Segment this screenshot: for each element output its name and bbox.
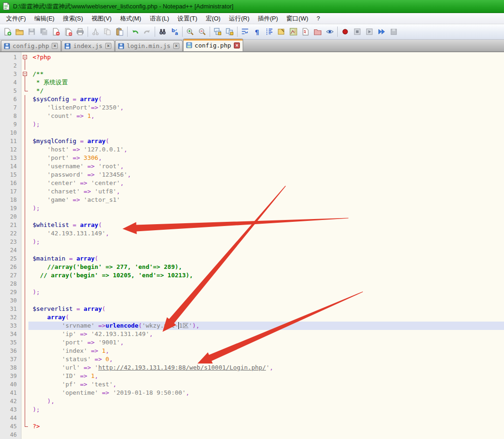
menu-item-E[interactable]: 编辑(E): [30, 13, 59, 24]
redo-icon[interactable]: [141, 26, 153, 38]
document-map-icon[interactable]: [287, 26, 300, 38]
code-text[interactable]: 'status' => 0,: [28, 355, 504, 364]
menu-item-P[interactable]: 插件(P): [253, 13, 282, 24]
code-text[interactable]: 'port' => '9001',: [28, 338, 504, 347]
code-text[interactable]: [28, 280, 504, 288]
tab-config-php-0[interactable]: config.php×: [1, 40, 61, 51]
macro-run-multiple-icon[interactable]: [375, 26, 388, 38]
save-icon[interactable]: [26, 26, 38, 38]
menu-item-W[interactable]: 窗口(W): [282, 13, 313, 24]
open-icon[interactable]: [14, 26, 26, 38]
code-text[interactable]: 'url' => 'http://42.193.131.149:88/web/s…: [28, 364, 504, 372]
fold-marker[interactable]: [21, 70, 28, 78]
paste-icon[interactable]: [114, 26, 126, 38]
code-text[interactable]: [28, 431, 504, 439]
code-text[interactable]: /**: [28, 70, 504, 78]
code-text[interactable]: $serverlist = array(: [28, 305, 504, 313]
fold-marker[interactable]: [21, 53, 28, 62]
code-text[interactable]: [28, 62, 504, 70]
sync-vertical-icon[interactable]: [211, 26, 224, 38]
tab-login-min-js-2[interactable]: login.min.js×: [115, 40, 183, 51]
tab-close-icon[interactable]: ×: [105, 43, 111, 49]
menu-item-O[interactable]: 宏(O): [202, 13, 225, 24]
tab-close-icon[interactable]: ×: [52, 43, 58, 49]
show-all-characters-icon[interactable]: ¶: [251, 26, 263, 38]
code-text[interactable]: [28, 129, 504, 137]
macro-save-icon[interactable]: [388, 26, 400, 38]
code-text[interactable]: $whitelist = array(: [28, 221, 504, 229]
menu-item-M[interactable]: 格式(M): [116, 13, 146, 24]
code-text[interactable]: 'port' => 3306,: [28, 154, 504, 162]
code-text[interactable]: <?php: [28, 53, 504, 62]
user-defined-language-icon[interactable]: [275, 26, 287, 38]
code-text[interactable]: 'listenPort'=>'2350',: [28, 103, 504, 112]
replace-icon[interactable]: ba: [169, 26, 181, 38]
menu-item-F[interactable]: 文件(F): [2, 13, 30, 24]
folder-as-workspace-icon[interactable]: [312, 26, 324, 38]
code-text[interactable]: */: [28, 87, 504, 95]
indent-guide-icon[interactable]: [263, 26, 275, 38]
code-text[interactable]: 'password' => '123456',: [28, 171, 504, 179]
tab-index-js-1[interactable]: index.js×: [61, 40, 115, 51]
code-text[interactable]: '42.193.131.149',: [28, 229, 504, 238]
macro-stop-icon[interactable]: [351, 26, 363, 38]
code-text[interactable]: // array('begin' => 10205, 'end'=> 10213…: [28, 271, 504, 280]
menu-item-help[interactable]: ?: [313, 14, 324, 23]
code-text[interactable]: 'srvname' =>urlencode('wkzy.net-1区'),: [28, 322, 504, 330]
code-text[interactable]: [28, 246, 504, 254]
close-icon[interactable]: [50, 26, 62, 38]
code-text[interactable]: );: [28, 120, 504, 129]
find-icon[interactable]: [157, 26, 169, 38]
tab-close-icon[interactable]: ×: [173, 43, 179, 49]
copy-icon[interactable]: [102, 26, 114, 38]
code-text[interactable]: 'charset' => 'utf8',: [28, 187, 504, 196]
code-text[interactable]: 'host' => '127.0.0.1',: [28, 145, 504, 154]
code-text[interactable]: array(: [28, 313, 504, 322]
code-text[interactable]: 'pf' => 'test',: [28, 380, 504, 389]
menu-item-R[interactable]: 运行(R): [225, 13, 253, 24]
code-text[interactable]: [28, 213, 504, 221]
tab-config-php-3[interactable]: config.php×: [183, 39, 243, 51]
menu-item-T[interactable]: 设置(T): [173, 13, 202, 24]
close-all-icon[interactable]: [62, 26, 74, 38]
save-all-icon[interactable]: [38, 26, 50, 38]
code-text[interactable]: );: [28, 405, 504, 414]
code-text[interactable]: );: [28, 204, 504, 213]
code-text[interactable]: ?>: [28, 422, 504, 431]
code-text[interactable]: 'count' => 1,: [28, 112, 504, 120]
code-text[interactable]: $sysConfig = array(: [28, 95, 504, 103]
zoom-in-icon[interactable]: [184, 26, 196, 38]
code-text[interactable]: [28, 414, 504, 422]
code-text[interactable]: $mysqlConfig = array(: [28, 137, 504, 145]
print-icon[interactable]: [74, 26, 86, 38]
code-text[interactable]: $maintain = array(: [28, 254, 504, 263]
code-text[interactable]: 'username' => 'root',: [28, 162, 504, 171]
monitoring-icon[interactable]: [324, 26, 336, 38]
tab-close-icon[interactable]: ×: [234, 42, 240, 48]
code-text[interactable]: ),: [28, 397, 504, 405]
code-text[interactable]: [28, 296, 504, 305]
code-text[interactable]: //array('begin' => 277, 'end'=> 289),: [28, 263, 504, 271]
macro-play-icon[interactable]: [363, 26, 375, 38]
word-wrap-icon[interactable]: [239, 26, 251, 38]
zoom-out-icon[interactable]: [196, 26, 208, 38]
code-text[interactable]: 'opentime' => '2019-01-18 9:50:00',: [28, 389, 504, 397]
code-text[interactable]: 'game' => 'actor_s1': [28, 196, 504, 204]
code-text[interactable]: );: [28, 288, 504, 296]
cut-icon[interactable]: [89, 26, 102, 38]
app-icon[interactable]: [2, 2, 10, 10]
menu-item-V[interactable]: 视图(V): [87, 13, 116, 24]
function-list-icon[interactable]: [300, 26, 312, 38]
code-text[interactable]: 'index' => 1,: [28, 347, 504, 355]
sync-horizontal-icon[interactable]: [224, 26, 236, 38]
code-text[interactable]: 'ID' => 1,: [28, 372, 504, 380]
code-text[interactable]: 'ip' => '42.193.131.149',: [28, 330, 504, 338]
code-editor[interactable]: 1<?php23/**4 * 系统设置5 */6$sysConfig = arr…: [0, 52, 504, 439]
new-file-icon[interactable]: [1, 26, 14, 38]
undo-icon[interactable]: [129, 26, 141, 38]
menu-item-S[interactable]: 搜索(S): [59, 13, 87, 24]
macro-record-icon[interactable]: [339, 26, 351, 38]
menu-item-L[interactable]: 语言(L): [145, 13, 173, 24]
code-text[interactable]: );: [28, 238, 504, 246]
code-text[interactable]: * 系统设置: [28, 78, 504, 87]
